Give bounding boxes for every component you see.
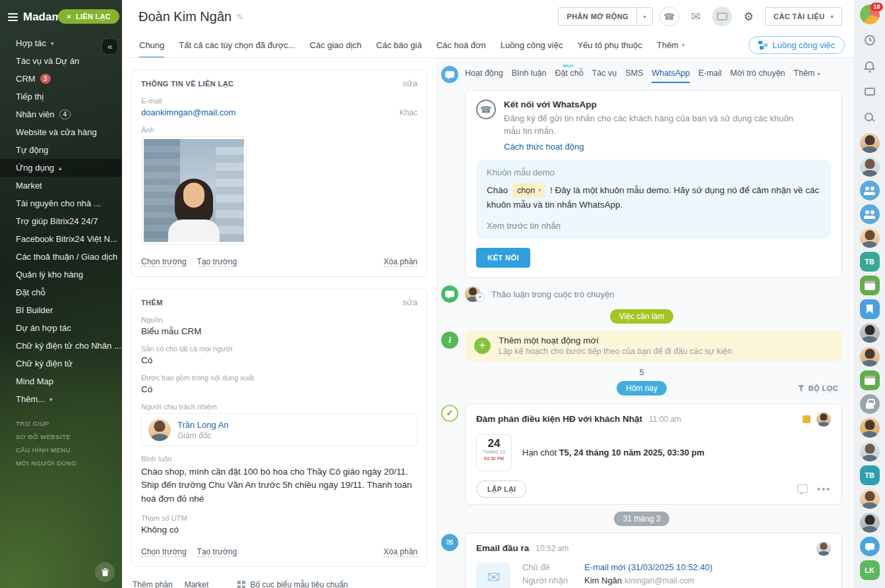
invite-users-link[interactable]: MỜI NGƯỜI DÙNG <box>16 459 122 467</box>
tl-tab-email[interactable]: E-mail <box>698 69 721 83</box>
sidebar-item-automation[interactable]: Tự động <box>0 141 122 159</box>
documents-button[interactable]: CÁC TÀI LIỆU ▾ <box>765 7 842 26</box>
sidebar-item-apps[interactable]: Ứng dụng▴ <box>0 159 122 177</box>
sidebar-item-esign-hr[interactable]: Chữ ký điện tử cho Nhân ... <box>0 337 122 355</box>
edit-section-link[interactable]: sửa <box>403 297 417 307</box>
tl-tab-activity[interactable]: Hoạt động <box>465 69 503 83</box>
sidebar-item-market[interactable]: Market <box>0 177 122 194</box>
app-tile[interactable]: TB <box>860 465 880 485</box>
app-tile[interactable]: LK <box>860 560 880 580</box>
calendar-icon[interactable] <box>860 370 880 390</box>
chat-discussion-link[interactable]: Thảo luận trong cuộc trò chuyện <box>491 289 614 299</box>
user-avatar[interactable] <box>860 513 880 533</box>
bell-icon[interactable] <box>860 56 880 76</box>
trash-button[interactable] <box>95 562 115 582</box>
user-avatar[interactable] <box>860 442 880 461</box>
sidebar-item-crm[interactable]: CRM3 <box>0 70 122 88</box>
more-actions-icon[interactable]: ••• <box>817 486 831 492</box>
funnel-caret-button[interactable]: ▾ <box>636 8 652 25</box>
repeat-button[interactable]: LẶP LẠI <box>476 481 527 498</box>
workflow-button[interactable]: Luồng công việc <box>748 36 845 54</box>
lock-icon[interactable] <box>860 394 880 414</box>
messenger-icon[interactable] <box>860 82 880 102</box>
tl-tab-more[interactable]: Thêm▾ <box>794 69 820 83</box>
tl-tab-task[interactable]: Tác vụ <box>592 69 617 83</box>
sidebar-item-websites[interactable]: Website và cửa hàng <box>0 123 122 141</box>
tab-general[interactable]: Chung <box>139 33 164 58</box>
calendar-icon[interactable] <box>860 276 880 295</box>
sidebar-item-resources[interactable]: Tài nguyên cho nhà ... <box>0 194 122 212</box>
add-participant-icon[interactable]: + <box>475 293 485 302</box>
sidebar-collapse-button[interactable]: « <box>102 38 118 55</box>
responsible-name-link[interactable]: Trần Long An <box>177 420 229 430</box>
comment-icon[interactable] <box>797 485 808 493</box>
how-it-works-link[interactable]: Cách thức hoạt động <box>504 142 584 152</box>
preview-message-link[interactable]: Xem trước tin nhắn <box>487 221 820 231</box>
tl-tab-chat-invite[interactable]: Mời trò chuyện <box>730 69 785 83</box>
sidebar-item-support[interactable]: Trợ giúp Bitrix24 24/7 <box>0 212 122 230</box>
activity-title[interactable]: Đàm phán điều kiện HĐ với khách Nhật <box>476 414 642 424</box>
contact-photo[interactable] <box>141 136 247 245</box>
sitemap-link[interactable]: SƠ ĐỒ WEBSITE <box>16 433 122 440</box>
recipient-name[interactable]: Kim Ngân <box>584 575 622 585</box>
sidebar-item-collab-project[interactable]: Dự án hợp tác <box>0 319 122 337</box>
sidebar-item-bi-builder[interactable]: BI Builder <box>0 301 122 319</box>
edit-section-link[interactable]: sửa <box>403 78 417 88</box>
tl-tab-whatsapp[interactable]: WhatsApp <box>652 69 690 83</box>
sidebar-item-more[interactable]: Thêm...▾ <box>0 390 122 408</box>
sidebar-item-mindmap[interactable]: Mind Map <box>0 372 122 390</box>
menu-icon[interactable] <box>8 13 18 21</box>
funnel-button[interactable]: PHÂN MỞ RỘNG <box>559 8 636 25</box>
sidebar-item-facebook[interactable]: Facebook Bitrix24 Việt N... <box>0 230 122 248</box>
connect-button[interactable]: KẾT NỐI <box>476 248 530 268</box>
email-subject-link[interactable]: E-mail mới (31/03/2025 10:52:40) <box>584 562 712 572</box>
sidebar-item-employees[interactable]: Nhân viên4 <box>0 105 122 123</box>
tab-dependencies[interactable]: Yếu tố phụ thuộc <box>577 33 642 58</box>
sidebar-item-inventory[interactable]: Quản lý kho hàng <box>0 266 122 283</box>
help-link[interactable]: TRỢ GIÚP <box>16 420 122 427</box>
settings-button[interactable]: ⚙ <box>739 7 758 26</box>
create-field-link[interactable]: Tạo trường <box>197 257 237 267</box>
delete-section-link[interactable]: Xóa phần <box>384 257 417 267</box>
market-link[interactable]: Market <box>185 580 209 588</box>
contact-email-link[interactable]: doankimngan@mail.com <box>141 107 235 117</box>
tab-all-options[interactable]: Tất cả các tùy chọn đã được... <box>179 33 295 58</box>
history-icon[interactable] <box>860 30 880 50</box>
tab-workflows[interactable]: Luồng công việc <box>501 33 563 58</box>
user-avatar[interactable] <box>860 228 880 248</box>
tab-invoices[interactable]: Các hoá đơn <box>437 33 486 58</box>
select-field-link[interactable]: Chọn trường <box>141 257 187 267</box>
tab-quotes[interactable]: Các báo giá <box>376 33 421 58</box>
user-avatar[interactable] <box>860 157 880 177</box>
user-avatar[interactable] <box>860 323 880 343</box>
sidebar-item-tasks-projects[interactable]: Tác vụ và Dự án <box>0 52 122 70</box>
chat-button[interactable] <box>712 7 732 26</box>
template-variable-chip[interactable]: chọn▾ <box>512 183 545 198</box>
filter-button[interactable]: BỘ LỌC <box>798 384 838 392</box>
responsible-user[interactable]: Trần Long An Giám đốc <box>141 413 417 446</box>
add-section-link[interactable]: Thêm phần <box>133 580 173 588</box>
bookmark-icon[interactable] <box>860 299 880 319</box>
delete-section-link[interactable]: Xóa phần <box>384 547 417 557</box>
group-icon[interactable] <box>860 181 880 200</box>
tab-deals[interactable]: Các giao dịch <box>310 33 362 58</box>
phone-button[interactable]: ☎ <box>659 7 679 26</box>
user-avatar[interactable] <box>860 489 880 509</box>
tl-tab-comment[interactable]: Bình luận <box>512 69 547 83</box>
create-field-link[interactable]: Tạo trường <box>197 547 237 557</box>
chat-icon[interactable] <box>860 537 880 556</box>
tl-tab-booking[interactable]: MỚIĐặt chỗ <box>555 69 584 83</box>
group-icon[interactable] <box>860 204 880 224</box>
add-activity-card[interactable]: + Thêm một hoạt động mới Lập kế hoạch ch… <box>465 330 842 361</box>
helpdesk-icon[interactable]: ?18 <box>860 5 880 24</box>
sidebar-item-esign[interactable]: Chữ ký điện tử <box>0 355 122 372</box>
calendar-widget[interactable]: 24 THÁNG 10 03:30 PM <box>476 434 512 471</box>
tl-tab-sms[interactable]: SMS <box>625 69 643 83</box>
user-avatar[interactable] <box>860 347 880 367</box>
app-tile[interactable]: TB <box>860 252 880 272</box>
search-icon[interactable] <box>860 107 880 127</box>
email-type-label[interactable]: Khác <box>400 108 417 117</box>
user-avatar[interactable] <box>860 133 880 153</box>
contact-type-button[interactable]: × LIÊN LẠC <box>58 9 119 24</box>
sidebar-item-marketing[interactable]: Tiếp thị <box>0 88 122 105</box>
